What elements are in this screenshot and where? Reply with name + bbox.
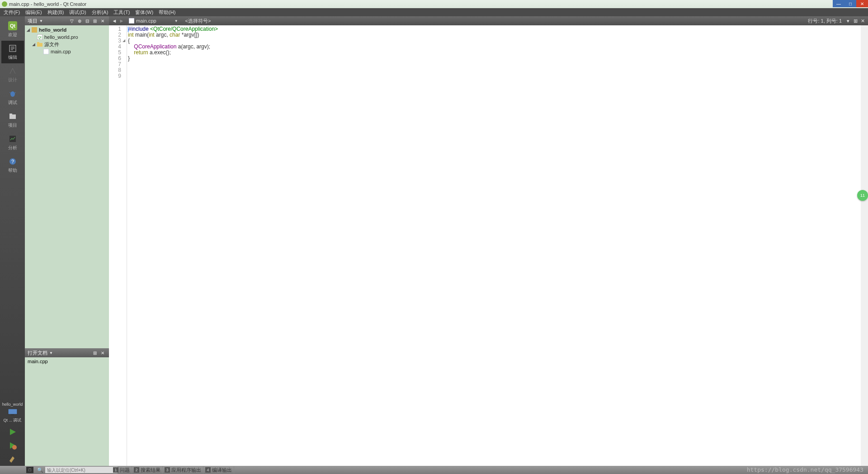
build-button[interactable] (6, 453, 19, 465)
close-button[interactable]: ✕ (856, 0, 868, 7)
nav-fwd-button[interactable]: ► (118, 18, 125, 24)
output-pane-icon[interactable]: □ (26, 467, 33, 473)
tree-pro-file[interactable]: Qt hello_world.pro (25, 33, 109, 41)
split-icon[interactable]: ⊞ (91, 349, 99, 356)
design-icon (8, 66, 18, 76)
close-editor-icon[interactable]: ✕ (859, 18, 866, 24)
menu-build[interactable]: 构建(B) (45, 9, 67, 16)
cpp-file-icon (43, 49, 49, 54)
svg-rect-9 (9, 114, 16, 119)
tree-label: 源文件 (44, 41, 59, 48)
qt-logo-icon (2, 1, 7, 7)
tab-issues[interactable]: 1问题 (111, 466, 132, 474)
tree-label: hello_world (39, 27, 66, 33)
svg-rect-14 (8, 409, 17, 414)
mode-label: 帮助 (8, 167, 17, 174)
window-title: main.cpp - hello_world - Qt Creator (9, 1, 86, 7)
watermark: https://blog.csdn.net/qq_37596943 (747, 466, 863, 473)
tree-project-root[interactable]: ◢ hello_world (25, 26, 109, 33)
editor-area: ◄ ► main.cpp ▼ <选择符号> 行号: 1, 列号: 1 ▾ ⊞ ✕… (109, 16, 868, 466)
tab-label: 搜索结果 (141, 467, 160, 474)
split-editor-icon[interactable]: ⊞ (852, 18, 859, 24)
open-docs-list[interactable]: main.cpp (25, 357, 109, 466)
tree-label: main.cpp (51, 49, 71, 54)
tree-label: hello_world.pro (44, 34, 78, 40)
bug-icon (8, 89, 18, 99)
menu-debug[interactable]: 调试(D) (66, 9, 89, 16)
mode-bar: Qt 欢迎 编辑 设计 调试 项目 分析 ? 帮助 hello_wo (0, 16, 25, 466)
pro-file-icon: Qt (37, 34, 43, 40)
split-icon[interactable]: ⊞ (91, 17, 99, 24)
current-file: main.cpp (136, 18, 156, 24)
mode-label: 编辑 (8, 54, 17, 61)
bookmark-icon[interactable]: ▾ (844, 18, 852, 24)
svg-rect-23 (129, 18, 134, 24)
code-editor[interactable]: 1 2 3 4 5 6 7 8 9 ◢ #include <QtCore/QCo… (109, 25, 868, 466)
project-panel-header: 项目 ▼ ▽ ⊕ ⊟ ⊞ ✕ (25, 16, 109, 25)
debug-run-button[interactable] (6, 440, 19, 451)
menu-tools[interactable]: 工具(T) (111, 9, 132, 16)
minimize-button[interactable]: — (833, 0, 844, 7)
menu-analyze[interactable]: 分析(A) (89, 9, 111, 16)
folder-icon (37, 42, 43, 47)
menu-edit[interactable]: 编辑(E) (23, 9, 45, 16)
close-panel-icon[interactable]: ✕ (99, 17, 106, 24)
expand-icon[interactable]: ◢ (27, 28, 31, 32)
maximize-button[interactable]: □ (844, 0, 856, 7)
svg-line-8 (14, 92, 16, 93)
mode-project[interactable]: 项目 (1, 109, 24, 131)
fold-icon[interactable]: ◢ (123, 38, 125, 43)
tab-search[interactable]: 2搜索结果 (132, 466, 163, 474)
tree-source-file[interactable]: main.cpp (25, 48, 109, 55)
edit-icon (8, 43, 18, 53)
svg-point-6 (10, 91, 15, 97)
mode-debug[interactable]: 调试 (1, 86, 24, 109)
doc-name: main.cpp (28, 359, 48, 364)
collapse-icon[interactable]: ⊟ (84, 17, 91, 24)
analyze-icon (8, 134, 18, 144)
run-button[interactable] (6, 426, 19, 438)
mode-welcome[interactable]: Qt 欢迎 (1, 18, 24, 41)
tab-label: 编译输出 (212, 467, 232, 474)
chevron-down-icon[interactable]: ▼ (49, 351, 53, 355)
mode-label: 分析 (8, 145, 17, 151)
project-icon (31, 27, 38, 33)
code-content[interactable]: #include <QtCore/QCoreApplication>int ma… (127, 25, 861, 466)
symbol-selector[interactable]: <选择符号> (182, 18, 215, 24)
panel-title: 项目 (28, 18, 38, 24)
menu-window[interactable]: 窗体(W) (132, 9, 156, 16)
tab-compile[interactable]: 4编译输出 (203, 466, 234, 474)
main-area: Qt 欢迎 编辑 设计 调试 项目 分析 ? 帮助 hello_wo (0, 16, 868, 466)
open-doc-item[interactable]: main.cpp (25, 357, 109, 365)
nav-back-button[interactable]: ◄ (111, 18, 118, 24)
expand-icon[interactable]: ◢ (32, 42, 37, 47)
floating-badge[interactable]: 11 (857, 190, 868, 201)
folder-icon (8, 111, 18, 121)
vertical-scrollbar[interactable] (861, 25, 868, 466)
tab-app-output[interactable]: 3应用程序输出 (163, 466, 203, 474)
svg-text:Qt: Qt (38, 36, 41, 39)
project-tree[interactable]: ◢ hello_world Qt hello_world.pro ◢ 源文件 m… (25, 25, 109, 348)
menu-help[interactable]: 帮助(H) (156, 9, 178, 16)
mode-help[interactable]: ? 帮助 (1, 154, 24, 176)
mode-analyze[interactable]: 分析 (1, 131, 24, 154)
chevron-down-icon[interactable]: ▼ (39, 19, 43, 23)
line-number: 9 (109, 73, 121, 79)
mode-design[interactable]: 设计 (1, 63, 24, 86)
badge-value: 11 (860, 193, 865, 198)
title-bar: main.cpp - hello_world - Qt Creator — □ … (0, 0, 868, 8)
panel-title: 打开文档 (28, 350, 47, 356)
sync-icon[interactable]: ⊕ (76, 17, 83, 24)
help-icon: ? (8, 156, 18, 166)
svg-rect-15 (11, 414, 14, 415)
mode-edit[interactable]: 编辑 (1, 41, 24, 63)
close-panel-icon[interactable]: ✕ (99, 349, 106, 356)
monitor-icon (7, 408, 19, 417)
file-selector[interactable]: main.cpp ▼ (125, 18, 182, 24)
locator-input[interactable] (45, 467, 118, 473)
filter-icon[interactable]: ▽ (68, 17, 75, 24)
kit-selector[interactable]: hello_world Qt ... 调试 (2, 400, 23, 425)
tree-sources-folder[interactable]: ◢ 源文件 (25, 41, 109, 48)
svg-line-7 (9, 92, 11, 93)
menu-file[interactable]: 文件(F) (1, 9, 23, 16)
